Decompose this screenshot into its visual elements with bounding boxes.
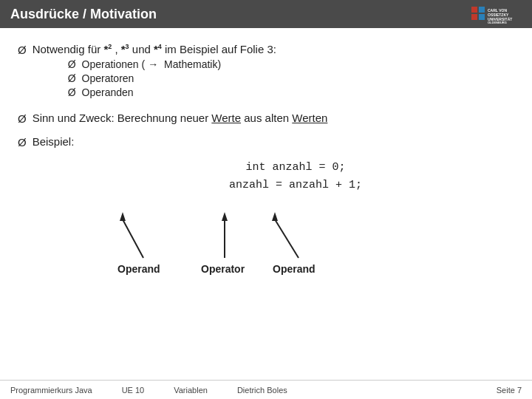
svg-text:Operand: Operand — [273, 263, 316, 275]
svg-text:Operator: Operator — [201, 263, 245, 275]
sub-bullet-operationen-text: Operationen (→ Mathematik) — [82, 58, 222, 70]
svg-marker-10 — [120, 212, 126, 221]
footer-ue: UE 10 — [122, 386, 145, 395]
sub-bullets-1: Ø Operationen (→ Mathematik) Ø Operatore… — [68, 58, 276, 98]
slide-content: Ø Notwendig für *2 , *3 und *4 im Beispi… — [0, 28, 532, 287]
svg-rect-2 — [471, 14, 477, 20]
code-line-1: int anzahl = 0; — [77, 159, 514, 177]
diagram-svg: Operator Operand Operand — [77, 199, 446, 280]
sub-bullet-operanden-text: Operanden — [82, 86, 134, 98]
slide-title: Ausdrücke / Motivation — [10, 7, 157, 22]
footer-prog: Programmierkurs Java — [10, 386, 92, 395]
footer-page: Seite 7 — [497, 386, 522, 395]
bullet-3-text: Beispiel: — [33, 135, 75, 148]
code-block: int anzahl = 0; anzahl = anzahl + 1; — [77, 159, 514, 194]
sub-bullet-operatoren: Ø Operatoren — [68, 72, 276, 84]
bullet-3: Ø Beispiel: — [18, 135, 514, 149]
svg-marker-12 — [222, 212, 228, 221]
svg-text:Operand: Operand — [117, 263, 160, 275]
svg-rect-4 — [479, 14, 485, 20]
sub-bullet-operatoren-text: Operatoren — [82, 72, 134, 84]
svg-line-9 — [123, 219, 143, 258]
bullet-1: Ø Notwendig für *2 , *3 und *4 im Beispi… — [18, 43, 514, 101]
bullet-symbol-3: Ø — [18, 136, 27, 149]
sub-bullet-operanden: Ø Operanden — [68, 86, 276, 98]
sub-bullet-symbol-1: Ø — [68, 58, 76, 70]
svg-rect-1 — [471, 7, 477, 13]
slide-header: Ausdrücke / Motivation CARL VON OSSIETZK… — [0, 0, 532, 28]
code-line-2: anzahl = anzahl + 1; — [77, 177, 514, 194]
footer-author: Dietrich Boles — [237, 386, 287, 395]
bullet-2: Ø Sinn und Zweck: Berechnung neuer Werte… — [18, 112, 514, 125]
bullet-symbol-2: Ø — [18, 112, 27, 125]
university-logo: CARL VON OSSIETZKY UNIVERSITÄT OLDENBURG — [470, 4, 522, 24]
footer-var: Variablen — [174, 386, 208, 395]
diagram: Operator Operand Operand — [77, 199, 514, 280]
sub-bullet-symbol-3: Ø — [68, 86, 76, 98]
svg-text:OLDENBURG: OLDENBURG — [488, 21, 507, 24]
sub-bullet-operationen: Ø Operationen (→ Mathematik) — [68, 58, 276, 70]
footer: Programmierkurs Java UE 10 Variablen Die… — [0, 380, 532, 399]
bullet-2-text: Sinn und Zweck: Berechnung neuer Werte a… — [33, 112, 328, 124]
svg-marker-14 — [272, 212, 278, 221]
svg-rect-3 — [479, 7, 485, 13]
bullet-symbol-1: Ø — [18, 44, 27, 56]
svg-line-13 — [275, 219, 299, 258]
bullet-1-text: Notwendig für *2 , *3 und *4 im Beispiel… — [33, 43, 276, 55]
sub-bullet-symbol-2: Ø — [68, 72, 76, 84]
footer-items: Programmierkurs Java UE 10 Variablen Die… — [10, 386, 287, 395]
